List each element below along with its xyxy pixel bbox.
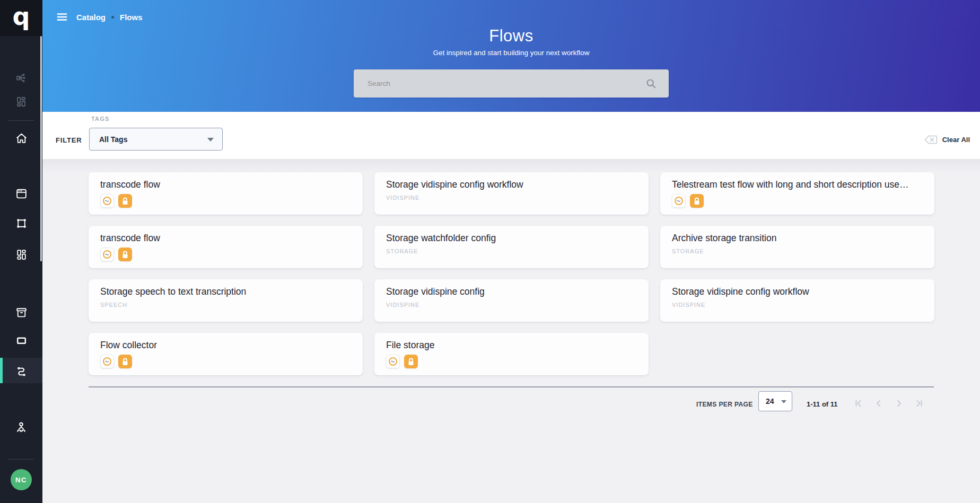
logo-q-icon: q [13, 4, 30, 29]
sidebar-item-modules[interactable] [0, 89, 42, 114]
breadcrumb-separator-dot [111, 16, 114, 19]
flow-card[interactable]: File storage [374, 333, 649, 375]
lock-icon [690, 194, 704, 208]
sidebar-divider [8, 459, 34, 460]
sidebar-item-applications[interactable] [0, 181, 42, 206]
tags-dropdown[interactable]: All Tags [89, 128, 223, 151]
flow-icon [15, 364, 28, 377]
page-size-value: 24 [766, 397, 774, 405]
pagination-range: 1-11 of 11 [807, 400, 838, 408]
flow-card-title: Archive storage transition [672, 233, 924, 244]
results-divider [89, 386, 934, 387]
flow-card-grid: transcode flow [89, 172, 935, 375]
clear-all-button[interactable]: Clear All [924, 133, 970, 146]
search-input[interactable] [354, 69, 669, 98]
chevron-right-icon [894, 399, 904, 408]
breadcrumb: Catalog Flows [76, 11, 143, 23]
sidebar-item-frames[interactable] [0, 210, 42, 236]
sidebar-divider [8, 120, 34, 121]
chevron-down-icon [781, 400, 786, 403]
flow-card-tag: VIDISPINE [672, 302, 924, 308]
flow-card-title: File storage [386, 340, 638, 351]
modules-icon [15, 95, 28, 108]
sidebar: q [0, 0, 42, 503]
wave-circle-icon [672, 194, 686, 208]
flow-card-title: Storage vidispine config workflow [672, 286, 924, 297]
integrations-icon [15, 72, 28, 84]
search-icon[interactable] [645, 78, 657, 90]
flow-card-tag: STORAGE [672, 248, 924, 254]
app-logo[interactable]: q [0, 0, 42, 36]
flow-card[interactable]: Storage watchfolder config STORAGE [374, 226, 649, 268]
flow-card-badges [386, 355, 638, 368]
page-subtitle: Get inspired and start building your nex… [42, 49, 980, 57]
user-avatar[interactable]: NC [11, 469, 32, 490]
browser-window-icon [15, 187, 28, 200]
previous-page-button[interactable] [874, 399, 883, 408]
lock-icon [118, 194, 132, 208]
chevron-left-icon [874, 399, 883, 408]
sidebar-item-users[interactable] [0, 414, 42, 440]
page-title: Flows [42, 27, 980, 46]
next-page-button[interactable] [894, 399, 904, 408]
sidebar-item-panels[interactable] [0, 328, 42, 353]
flow-card-badges [672, 194, 924, 208]
page-header: Catalog Flows Flows Get inspired and sta… [42, 0, 980, 112]
wave-circle-icon [100, 355, 114, 368]
flow-card[interactable]: Flow collector [89, 333, 363, 375]
first-page-button[interactable] [854, 399, 863, 408]
flow-card[interactable]: Storage speech to text transcription SPE… [89, 279, 363, 322]
tags-label: TAGS [91, 116, 110, 122]
pagination-controls [854, 399, 924, 408]
flow-card-title: Storage vidispine config workflow [386, 179, 638, 190]
flow-card-tag: VIDISPINE [386, 195, 638, 201]
wave-circle-icon [100, 248, 114, 261]
flow-card[interactable]: Telestream test flow with long and short… [660, 172, 934, 215]
flow-card-title: Storage watchfolder config [386, 233, 638, 244]
flow-card-title: Flow collector [100, 340, 352, 351]
hamburger-icon [56, 11, 68, 23]
wave-circle-icon [100, 194, 114, 208]
flow-card-title: Storage speech to text transcription [100, 286, 352, 297]
components-icon [15, 248, 28, 261]
sidebar-item-archive[interactable] [0, 299, 42, 325]
flow-card[interactable]: transcode flow [89, 172, 363, 215]
users-icon [14, 420, 28, 434]
last-page-icon [914, 399, 924, 408]
menu-button[interactable] [56, 11, 68, 23]
flow-card[interactable]: Archive storage transition STORAGE [660, 226, 934, 268]
page-size-dropdown[interactable]: 24 [758, 391, 792, 411]
card-icon [15, 334, 28, 347]
sidebar-item-components[interactable] [0, 242, 42, 267]
filter-label: FILTER [56, 136, 82, 144]
items-per-page-label: ITEMS PER PAGE [696, 401, 753, 408]
filter-bar: FILTER TAGS All Tags Clear All [42, 112, 980, 159]
flow-card-badges [100, 248, 352, 261]
breadcrumb-catalog[interactable]: Catalog [76, 13, 106, 22]
last-page-button[interactable] [914, 399, 924, 408]
results-section: transcode flow [42, 159, 980, 503]
sidebar-item-home[interactable] [0, 125, 42, 151]
flow-card-title: transcode flow [100, 179, 352, 190]
backspace-icon [924, 135, 938, 144]
sidebar-scrollbar[interactable] [40, 36, 42, 261]
lock-icon [118, 355, 132, 368]
sidebar-item-integrations[interactable] [0, 65, 42, 91]
lock-icon [118, 248, 132, 261]
flow-card[interactable]: Storage vidispine config workflow VIDISP… [660, 279, 934, 322]
lock-icon [404, 355, 418, 368]
breadcrumb-flows[interactable]: Flows [120, 13, 143, 22]
first-page-icon [854, 399, 863, 408]
bounding-box-icon [15, 217, 28, 230]
flow-card-tag: SPEECH [100, 302, 352, 308]
flow-card-tag: VIDISPINE [386, 302, 638, 308]
flow-card[interactable]: Storage vidispine config workflow VIDISP… [374, 172, 649, 215]
wave-circle-icon [386, 355, 400, 368]
sidebar-item-flows[interactable] [0, 358, 42, 383]
archive-box-icon [15, 306, 28, 319]
flow-card[interactable]: transcode flow [89, 226, 363, 268]
flow-card-title: Telestream test flow with long and short… [672, 179, 924, 190]
flow-card-tag: STORAGE [386, 248, 638, 254]
flow-card-badges [100, 194, 352, 208]
flow-card[interactable]: Storage vidispine config VIDISPINE [374, 279, 649, 322]
